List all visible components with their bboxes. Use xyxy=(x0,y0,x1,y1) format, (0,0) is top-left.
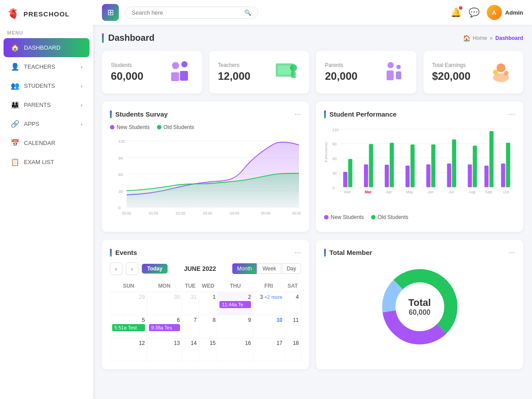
cal-day[interactable]: 4 xyxy=(284,292,301,315)
admin-menu[interactable]: A Admin xyxy=(487,5,523,20)
calendar-grid: SUN MON TUE WED THU FRI SAT 29 30 xyxy=(110,280,301,361)
cal-day[interactable]: 5 5:51a Test xyxy=(110,315,147,338)
calendar-month-view-button[interactable]: Month xyxy=(232,263,257,274)
logo-icon: 🫀 xyxy=(7,8,19,20)
svg-text:Mar: Mar xyxy=(365,190,372,194)
legend-label-old: Old Students xyxy=(164,124,194,130)
cal-day[interactable]: 8 xyxy=(199,315,218,338)
svg-text:Oct: Oct xyxy=(503,190,509,194)
svg-text:Sep: Sep xyxy=(485,190,492,194)
cal-header-sat: SAT xyxy=(284,280,301,292)
svg-text:Aug: Aug xyxy=(469,190,475,194)
stat-label: Parents xyxy=(325,62,357,68)
notifications-button[interactable]: 🔔 xyxy=(450,7,462,18)
svg-text:04:00: 04:00 xyxy=(230,211,239,215)
cal-day[interactable]: 16 xyxy=(218,338,253,361)
calendar-week-view-button[interactable]: Week xyxy=(258,263,281,274)
more-options-button[interactable]: ··· xyxy=(294,248,301,257)
chevron-right-icon: › xyxy=(81,121,82,127)
legend-label-old: Old Students xyxy=(378,214,408,220)
cal-day[interactable]: 2 11:44a Te xyxy=(218,292,253,315)
card-header: Events ··· xyxy=(110,248,301,257)
more-options-button[interactable]: ··· xyxy=(294,110,301,119)
cal-day[interactable]: 30 xyxy=(147,292,182,315)
calendar-today-button[interactable]: Today xyxy=(142,264,168,274)
svg-text:60: 60 xyxy=(118,172,123,177)
cal-day[interactable]: 3 +2 more xyxy=(253,292,285,315)
charts-row: Students Survay ··· New Students Old Stu… xyxy=(102,102,523,232)
cal-day[interactable]: 13 xyxy=(147,338,182,361)
svg-point-14 xyxy=(493,70,498,75)
svg-rect-46 xyxy=(369,144,373,187)
total-member-card: Total Member ··· Total 60,000 xyxy=(316,240,523,369)
sidebar-item-teachers[interactable]: 👤 TEACHERS › xyxy=(4,57,90,76)
stat-illustration xyxy=(381,59,407,86)
topbar: ⊞ 🔍 🔔 💬 A Admin xyxy=(93,0,532,25)
teachers-icon: 👤 xyxy=(11,63,20,71)
cal-day[interactable]: 29 xyxy=(110,292,147,315)
messages-button[interactable]: 💬 xyxy=(469,7,480,18)
cal-event[interactable]: 11:44a Te xyxy=(219,301,251,308)
sidebar-item-exam-list[interactable]: 📋 EXAM LIST xyxy=(4,153,90,172)
svg-rect-59 xyxy=(501,164,505,187)
cal-day[interactable]: 7 xyxy=(182,315,199,338)
cal-day[interactable]: 18 xyxy=(284,338,301,361)
svg-text:01:00: 01:00 xyxy=(149,211,158,215)
sidebar-item-students[interactable]: 👥 STUDENTS › xyxy=(4,76,90,95)
apps-grid-button[interactable]: ⊞ xyxy=(102,4,119,21)
svg-rect-55 xyxy=(468,164,472,188)
search-input[interactable] xyxy=(132,9,241,16)
sidebar-item-parents[interactable]: 👨‍👩‍👧 PARENTS › xyxy=(4,95,90,114)
title-decoration xyxy=(110,249,112,257)
legend-dot-old xyxy=(371,215,376,219)
chart-header: Students Survay ··· xyxy=(110,110,301,119)
svg-text:90: 90 xyxy=(332,142,337,146)
cal-day[interactable]: 31 xyxy=(182,292,199,315)
cal-day[interactable]: 10 xyxy=(253,315,285,338)
svg-rect-3 xyxy=(180,71,188,81)
cal-more[interactable]: +2 more xyxy=(264,294,282,300)
page-title: Dashboard xyxy=(108,33,154,43)
cal-event[interactable]: 5:51a Test xyxy=(112,324,145,331)
calendar-prev-button[interactable]: ‹ xyxy=(110,262,122,275)
svg-rect-52 xyxy=(431,145,435,188)
sidebar-item-label: CALENDAR xyxy=(24,140,55,146)
legend-item-old: Old Students xyxy=(157,124,194,130)
svg-rect-45 xyxy=(364,164,368,188)
svg-rect-48 xyxy=(390,143,394,187)
cal-day[interactable]: 14 xyxy=(182,338,199,361)
cal-day[interactable]: 15 xyxy=(199,338,218,361)
svg-text:30: 30 xyxy=(332,171,337,176)
svg-text:$ (thousands): $ (thousands) xyxy=(324,142,328,162)
svg-text:Jun: Jun xyxy=(427,190,434,194)
stat-info: Teachers 12,000 xyxy=(218,62,250,82)
donut-chart-container: Total 60,000 xyxy=(324,262,515,351)
cal-day[interactable]: 1 xyxy=(199,292,218,315)
sidebar-item-apps[interactable]: 🔗 APPS › xyxy=(4,114,90,133)
svg-text:02:00: 02:00 xyxy=(176,211,185,215)
calendar-next-button[interactable]: › xyxy=(126,262,138,275)
sidebar-item-calendar[interactable]: 📅 CALENDAR xyxy=(4,133,90,153)
chart-title: Student Performance xyxy=(329,110,397,118)
legend-item-new: New Students xyxy=(324,214,364,220)
svg-text:00:00: 00:00 xyxy=(122,211,131,215)
performance-chart-svg: 120 90 60 30 0 xyxy=(324,124,515,213)
cal-day[interactable]: 12 xyxy=(110,338,147,361)
legend-label-new: New Students xyxy=(331,214,364,220)
breadcrumb-current: Dashboard xyxy=(495,35,523,41)
stat-label: Teachers xyxy=(218,62,250,68)
cal-day[interactable]: 11 xyxy=(284,315,301,338)
chart-title: Students Survay xyxy=(115,110,168,118)
card-title-area: Total Member xyxy=(324,249,372,257)
svg-rect-44 xyxy=(348,159,352,187)
more-options-button[interactable]: ··· xyxy=(509,110,515,119)
cal-event[interactable]: 9:38a Tes xyxy=(149,324,180,331)
cal-day[interactable]: 9 xyxy=(218,315,253,338)
stat-card-parents: Parents 20,000 xyxy=(316,51,416,94)
more-options-button[interactable]: ··· xyxy=(509,248,515,257)
svg-point-1 xyxy=(181,61,188,67)
calendar-day-view-button[interactable]: Day xyxy=(282,263,301,274)
sidebar-item-dashboard[interactable]: 🏠 DASHBOARD xyxy=(4,38,90,57)
cal-day[interactable]: 6 9:38a Tes xyxy=(147,315,182,338)
cal-day[interactable]: 17 xyxy=(253,338,285,361)
